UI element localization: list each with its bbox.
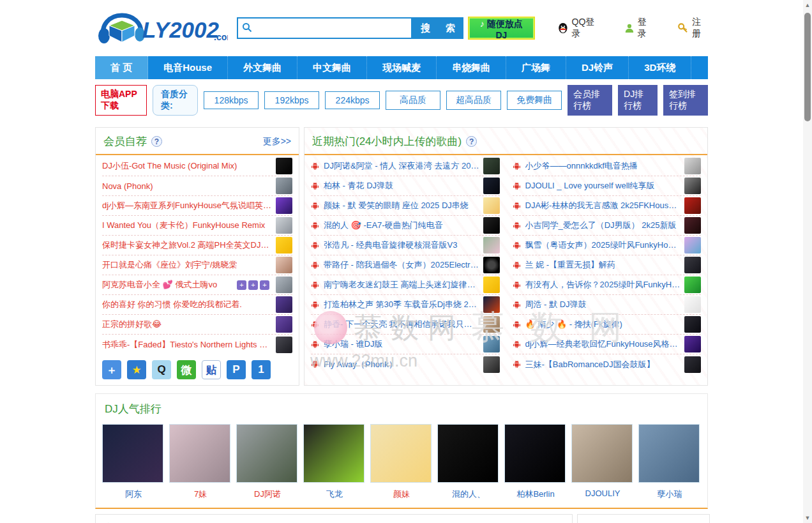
dj-avatar[interactable] (303, 424, 365, 483)
song-thumbnail[interactable] (483, 316, 500, 333)
quality-filter-button[interactable]: 免费舞曲 (507, 91, 562, 110)
song-title[interactable]: 柏林 - 青花 DJ弹鼓 (324, 180, 479, 192)
song-row[interactable]: I Wanted You（麦卡伦）FunkyHouse Remix (102, 216, 292, 236)
share-icon[interactable]: Q (152, 360, 171, 379)
song-row[interactable]: 开口就是心痛《座位》刘宇宁/姚晓棠 (102, 255, 292, 275)
song-title[interactable]: 颜妹 - 默 爱笑的眼睛 座位 2025 DJ串烧 (324, 200, 479, 211)
dj-card[interactable]: 混的人、 (437, 424, 500, 500)
nav-item[interactable]: 外文舞曲 (228, 56, 297, 79)
member-more-link[interactable]: 更多>> (263, 136, 291, 148)
song-thumbnail[interactable] (684, 217, 701, 234)
song-thumbnail[interactable] (276, 296, 292, 313)
song-title[interactable]: 小少爷——onnnkkdkf电音热播 (525, 160, 681, 172)
song-row[interactable]: DJ阿诺&阿堂 - 情人 深夜港湾 去遠方 2025 DJ... (311, 156, 500, 176)
song-title[interactable]: 书乖乖-【Faded】Tiesto's Northern Lights Remi… (102, 339, 272, 351)
dj-name[interactable]: 阿东 (125, 489, 142, 500)
search-input[interactable] (237, 17, 411, 39)
dj-name[interactable]: DJ阿诺 (254, 489, 281, 500)
dj-card[interactable]: DJOULIY (571, 424, 634, 500)
song-title[interactable]: 开口就是心痛《座位》刘宇宁/姚晓棠 (102, 259, 272, 271)
nav-item[interactable]: 广场舞 (506, 56, 566, 79)
dj-avatar[interactable] (571, 424, 633, 483)
song-thumbnail[interactable] (684, 336, 701, 352)
rank-button[interactable]: DJ排行榜 (618, 85, 658, 116)
song-row[interactable]: 混的人 🎯 -EA7-硬曲热门纯电音 (311, 216, 500, 236)
help-icon[interactable]: ? (466, 136, 477, 147)
song-title[interactable]: 张浩凡 - 经典电音旋律硬核混音版V3 (324, 239, 479, 251)
nav-item[interactable]: 3D环绕 (629, 56, 691, 79)
song-row[interactable]: Fly Away（Phonk） (311, 354, 500, 374)
song-row[interactable]: 南宁嗨老友迷幻鼓王 高端上头迷幻旋律咚咚咚 (311, 275, 500, 295)
song-title[interactable]: 静香- 下一个天亮 我不再相信承诺我只要无条... (324, 319, 479, 330)
dj-card[interactable]: 柏林Berlin (504, 424, 567, 500)
nav-item[interactable]: 串烧舞曲 (437, 56, 506, 79)
song-thumbnail[interactable] (684, 356, 701, 373)
song-row[interactable]: 你的喜好 你的习惯 你爱吃的我都记着. (102, 295, 292, 315)
song-title[interactable]: 保时捷卡宴女神之旅Vol.2 高端PH全英文DJ串烧 (102, 239, 272, 251)
song-thumbnail[interactable] (276, 217, 292, 234)
rank-button[interactable]: 签到排行榜 (663, 85, 708, 116)
scrollbar-thumb[interactable] (804, 13, 811, 121)
song-thumbnail[interactable] (276, 337, 292, 353)
song-thumbnail[interactable] (483, 257, 500, 273)
song-thumbnail[interactable] (483, 178, 500, 194)
song-title[interactable]: Nova (Phonk) (102, 181, 272, 191)
quality-filter-button[interactable]: 高品质 (386, 91, 440, 110)
random-dj-button[interactable]: ♪随便放点DJ (469, 17, 534, 39)
song-row[interactable]: 静香- 下一个天亮 我不再相信承诺我只要无条... (311, 315, 500, 335)
song-title[interactable]: I Wanted You（麦卡伦）FunkyHouse Remix (102, 220, 272, 231)
song-row[interactable]: DJ小伍-Got The Music (Original Mix) (102, 156, 292, 176)
song-thumbnail[interactable] (276, 316, 292, 333)
song-thumbnail[interactable] (483, 296, 500, 313)
dj-avatar[interactable] (504, 424, 566, 483)
song-row[interactable]: 保时捷卡宴女神之旅Vol.2 高端PH全英文DJ串烧 (102, 236, 292, 255)
scrollbar[interactable]: ▲ ▼ (803, 0, 812, 523)
quality-filter-button[interactable]: 超高品质 (446, 91, 501, 110)
song-row[interactable]: 颜妹 - 默 爱笑的眼睛 座位 2025 DJ串烧 (311, 196, 500, 216)
dj-card[interactable]: 孽小瑞 (638, 424, 701, 500)
nav-item[interactable]: 首 页 (95, 56, 148, 79)
song-thumbnail[interactable] (483, 356, 500, 373)
song-row[interactable]: 三妹-【BabRomanceDJ国会鼓版】 (513, 354, 702, 374)
dj-avatar[interactable] (102, 424, 163, 483)
song-thumbnail[interactable] (684, 158, 701, 174)
song-title[interactable]: 🔥 南少 🔥 - 搀扶(Fk旋律) (525, 319, 681, 330)
song-row[interactable]: 兰 妮 -【重置无损】解药 (513, 255, 702, 275)
song-title[interactable]: 南宁嗨老友迷幻鼓王 高端上头迷幻旋律咚咚咚 (324, 279, 479, 291)
dj-name[interactable]: 7妹 (194, 489, 207, 500)
song-thumbnail[interactable] (483, 277, 500, 293)
qq-login-link[interactable]: QQ登录 (557, 17, 600, 40)
quality-filter-button[interactable]: 224kbps (325, 91, 380, 109)
scrollbar-up-arrow[interactable]: ▲ (804, 2, 811, 8)
dj-card[interactable]: 阿东 (102, 424, 165, 500)
dj-name[interactable]: 颜妹 (393, 489, 410, 500)
song-title[interactable]: dj小辉—经典老歌回忆FunkyHouse风格专属打... (525, 338, 681, 350)
help-icon[interactable]: ? (151, 136, 162, 147)
song-thumbnail[interactable] (483, 158, 500, 174)
dj-card[interactable]: 飞龙 (303, 424, 366, 500)
song-row[interactable]: 书乖乖-【Faded】Tiesto's Northern Lights Remi… (102, 335, 292, 354)
song-row[interactable]: 小吉同学_爱怎么了（DJ男版） 2k25新版 (513, 216, 702, 236)
nav-item[interactable]: 电音House (148, 56, 228, 79)
song-row[interactable]: 柏林 - 青花 DJ弹鼓 (311, 176, 500, 196)
song-row[interactable]: dj小辉—东南亚系列FunkyHouse气氛说唱英文... (102, 196, 292, 216)
song-thumbnail[interactable] (483, 336, 500, 352)
song-title[interactable]: 兰 妮 -【重置无损】解药 (525, 259, 681, 271)
song-thumbnail[interactable] (276, 197, 292, 214)
dj-avatar[interactable] (437, 424, 499, 483)
song-thumbnail[interactable] (276, 158, 292, 174)
song-row[interactable]: 带路仔 - 陪我過個冬（女声）2025Electro[热播... (311, 255, 500, 275)
nav-item[interactable]: 现场喊麦 (367, 56, 437, 79)
site-logo[interactable]: LY2002 .com (95, 11, 228, 45)
song-thumbnail[interactable] (684, 296, 701, 313)
share-icon[interactable]: 微 (177, 360, 196, 379)
scrollbar-down-arrow[interactable]: ▼ (804, 515, 811, 521)
song-thumbnail[interactable] (684, 277, 701, 293)
share-icon[interactable]: P (227, 360, 246, 379)
song-row[interactable]: DJA彬-桂林的我无言感激 2k25FKHouse Mix... (513, 196, 702, 216)
song-title[interactable]: DJOULI _ Love yourself well纯享版 (525, 180, 681, 192)
song-thumbnail[interactable] (483, 237, 500, 254)
dj-card[interactable]: 颜妹 (370, 424, 433, 500)
song-row[interactable]: 阿克苏电音小全 💕 俄式土嗨vo +++ (102, 275, 292, 295)
song-title[interactable]: 三妹-【BabRomanceDJ国会鼓版】 (525, 359, 681, 370)
